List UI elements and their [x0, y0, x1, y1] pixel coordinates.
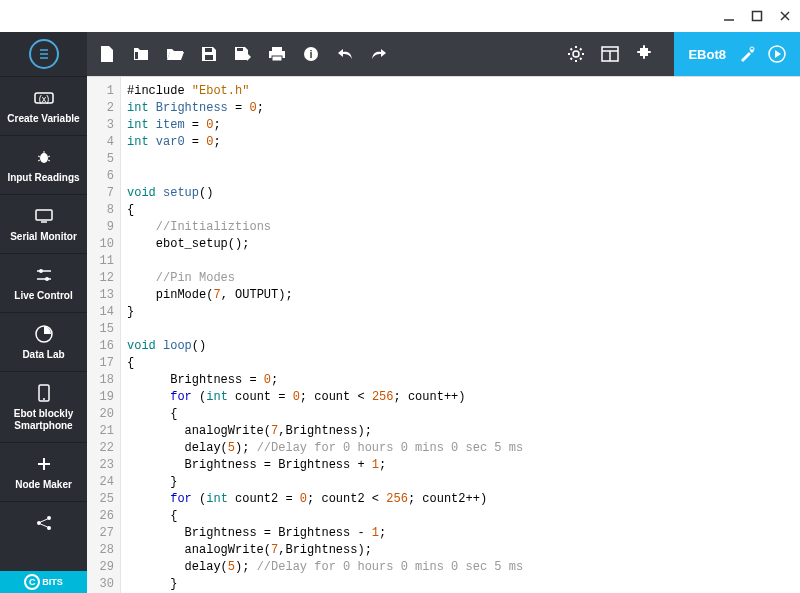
- layout-button[interactable]: [600, 44, 620, 64]
- smartphone-icon: [33, 382, 55, 404]
- save-as-button[interactable]: [233, 44, 253, 64]
- sidebar-item-label: Data Lab: [22, 349, 64, 361]
- toolbar: i EBot8: [87, 32, 800, 76]
- bits-label: BITS: [42, 577, 63, 587]
- svg-point-17: [45, 277, 49, 281]
- svg-rect-12: [36, 210, 52, 220]
- device-config-button[interactable]: [738, 45, 756, 63]
- plus-icon: [33, 453, 55, 475]
- device-badge: EBot8: [674, 32, 800, 76]
- bits-badge[interactable]: C BITS: [0, 571, 87, 593]
- bits-c-icon: C: [24, 574, 40, 590]
- sidebar: (x) Create Variable Input Readings Seria…: [0, 32, 87, 593]
- variable-icon: (x): [33, 87, 55, 109]
- svg-point-6: [40, 153, 48, 163]
- svg-text:i: i: [309, 48, 312, 60]
- svg-line-11: [48, 160, 50, 161]
- svg-point-15: [39, 269, 43, 273]
- logo[interactable]: [0, 32, 87, 76]
- sidebar-item-label: Serial Monitor: [10, 231, 77, 243]
- sidebar-item-ebot-blockly[interactable]: Ebot blockly Smartphone: [0, 371, 87, 442]
- line-gutter: 1234567891011121314151617181920212223242…: [87, 77, 121, 593]
- bug-icon: [33, 146, 55, 168]
- share-icon: [33, 512, 55, 534]
- svg-rect-34: [272, 56, 282, 61]
- device-label: EBot8: [688, 47, 726, 62]
- svg-rect-32: [272, 47, 282, 51]
- svg-line-27: [40, 524, 47, 527]
- redo-button[interactable]: [369, 44, 389, 64]
- svg-rect-29: [205, 48, 212, 52]
- monitor-icon: [33, 205, 55, 227]
- projects-button[interactable]: [131, 44, 151, 64]
- settings-button[interactable]: [566, 44, 586, 64]
- save-button[interactable]: [199, 44, 219, 64]
- svg-rect-31: [237, 48, 243, 51]
- sidebar-item-node-maker[interactable]: Node Maker: [0, 442, 87, 501]
- svg-point-37: [573, 51, 579, 57]
- svg-line-9: [48, 156, 50, 157]
- svg-line-10: [38, 160, 40, 161]
- sidebar-item-label: Input Readings: [7, 172, 79, 184]
- print-button[interactable]: [267, 44, 287, 64]
- logo-icon: [29, 39, 59, 69]
- run-button[interactable]: [768, 45, 786, 63]
- sidebar-item-data-lab[interactable]: Data Lab: [0, 312, 87, 371]
- info-button[interactable]: i: [301, 44, 321, 64]
- piechart-icon: [33, 323, 55, 345]
- main-area: (x) Create Variable Input Readings Seria…: [0, 32, 800, 593]
- undo-button[interactable]: [335, 44, 355, 64]
- minimize-button[interactable]: [722, 9, 736, 23]
- maximize-button[interactable]: [750, 9, 764, 23]
- svg-line-8: [38, 156, 40, 157]
- sidebar-item-share[interactable]: [0, 501, 87, 538]
- sidebar-item-live-control[interactable]: Live Control: [0, 253, 87, 312]
- sidebar-item-serial-monitor[interactable]: Serial Monitor: [0, 194, 87, 253]
- sidebar-item-label: Ebot blockly Smartphone: [2, 408, 85, 432]
- sidebar-item-create-variable[interactable]: (x) Create Variable: [0, 76, 87, 135]
- svg-line-26: [40, 519, 47, 522]
- svg-rect-30: [205, 55, 213, 60]
- code-content[interactable]: #include "Ebot.h"int Brightness = 0;int …: [121, 77, 800, 593]
- extension-button[interactable]: [634, 44, 654, 64]
- svg-text:(x): (x): [38, 94, 49, 104]
- sidebar-item-label: Create Variable: [7, 113, 79, 125]
- svg-rect-1: [753, 12, 762, 21]
- close-button[interactable]: [778, 9, 792, 23]
- sidebar-item-input-readings[interactable]: Input Readings: [0, 135, 87, 194]
- svg-rect-28: [135, 52, 138, 59]
- sliders-icon: [33, 264, 55, 286]
- content-area: i EBot8 12345678910111213141516171819202…: [87, 32, 800, 593]
- app-root: (x) Create Variable Input Readings Seria…: [0, 0, 800, 593]
- window-titlebar: [0, 0, 800, 32]
- sidebar-item-label: Node Maker: [15, 479, 72, 491]
- new-file-button[interactable]: [97, 44, 117, 64]
- open-button[interactable]: [165, 44, 185, 64]
- sidebar-item-label: Live Control: [14, 290, 72, 302]
- svg-point-20: [43, 398, 45, 400]
- code-editor[interactable]: 1234567891011121314151617181920212223242…: [87, 76, 800, 593]
